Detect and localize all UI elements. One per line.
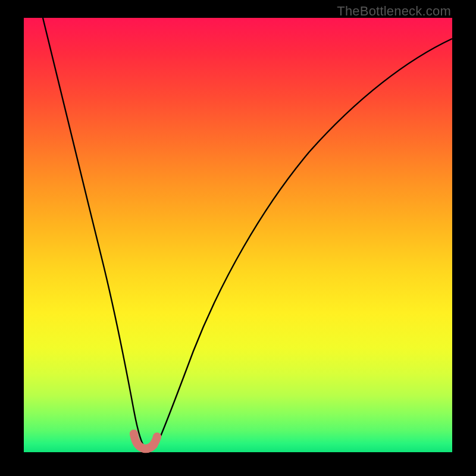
min-marker-dot: [153, 433, 161, 441]
plot-area: [24, 18, 452, 452]
bottleneck-curve: [43, 18, 452, 450]
chart-frame: TheBottleneck.com: [0, 0, 476, 476]
curve-layer: [24, 18, 452, 452]
min-marker-dot: [130, 430, 138, 438]
attribution-label: TheBottleneck.com: [337, 4, 451, 19]
min-marker-dot: [141, 444, 149, 453]
min-marker-dot: [133, 440, 142, 448]
min-marker-dot: [149, 441, 158, 449]
